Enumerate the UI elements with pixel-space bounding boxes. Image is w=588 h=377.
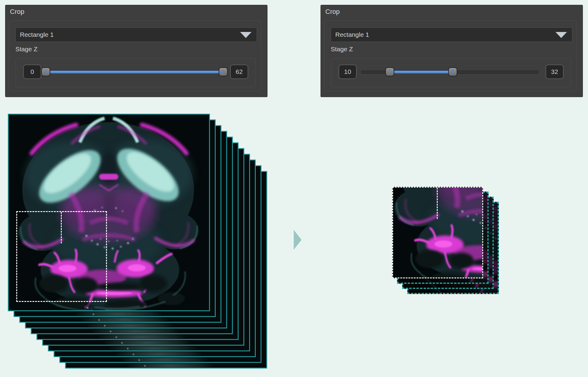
stage-z-max-input[interactable]: 32	[546, 65, 564, 79]
cropped-brain-image	[392, 187, 483, 278]
chevron-down-icon	[240, 32, 252, 38]
slider-handle-lower[interactable]	[41, 67, 50, 76]
stage-z-label: Stage Z	[15, 46, 38, 53]
crop-rectangle-shape[interactable]	[16, 211, 107, 302]
shape-dropdown[interactable]: Rectangle 1	[331, 27, 572, 42]
panel-title: Crop	[325, 8, 340, 16]
stage-z-slider-box: 0 62	[16, 58, 256, 87]
stage-z-label: Stage Z	[331, 46, 353, 53]
shape-dropdown[interactable]: Rectangle 1	[15, 27, 257, 42]
chevron-down-icon	[555, 32, 567, 38]
stage-z-min-input[interactable]: 0	[23, 65, 41, 79]
shape-dropdown-value: Rectangle 1	[331, 31, 369, 38]
crop-panel-source: Crop Rectangle 1 Stage Z 0 62	[5, 5, 267, 97]
page-background: { "colors": { "background": "#e9f4f1", "…	[0, 0, 588, 377]
shape-dropdown-value: Rectangle 1	[16, 31, 54, 38]
cropped-slice-front	[392, 187, 483, 278]
source-slice-front	[8, 114, 210, 311]
slider-fill	[390, 71, 453, 74]
arrow-right-icon	[294, 230, 302, 250]
crop-panel-result: Crop Rectangle 1 Stage Z 10 32	[321, 5, 583, 97]
stage-z-min-input[interactable]: 10	[339, 65, 357, 79]
panel-title: Crop	[10, 8, 24, 16]
slider-handle-lower[interactable]	[385, 67, 394, 76]
crop-rectangle-divider-line	[437, 188, 438, 219]
slider-handle-upper[interactable]	[448, 67, 457, 76]
stage-z-slider-box: 10 32	[331, 58, 571, 87]
crop-rectangle-divider-line	[61, 212, 62, 243]
slider-fill	[46, 71, 223, 74]
stage-z-max-input[interactable]: 62	[230, 65, 248, 79]
slider-handle-upper[interactable]	[219, 67, 228, 76]
